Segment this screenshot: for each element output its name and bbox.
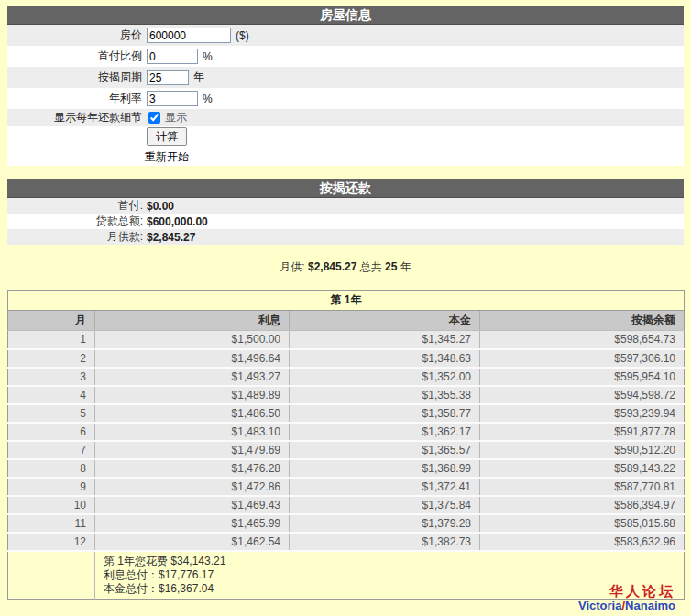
- site-watermark: 华人论坛 Victoria/Nanaimo: [578, 585, 675, 612]
- cell-month: 6: [8, 423, 95, 441]
- cell-month: 12: [8, 533, 95, 551]
- cell-balance: $597,306.10: [480, 349, 685, 368]
- table-row: 6 $1,483.10 $1,362.17 $591,877.78: [8, 423, 685, 441]
- monthly-total-label: 总共: [360, 260, 382, 273]
- rate-suffix: %: [198, 93, 213, 105]
- summary-monthly-value: $2,845.27: [147, 231, 195, 244]
- watermark-victoria: Victoria: [578, 599, 621, 612]
- monthly-label: 月供:: [280, 260, 304, 273]
- table-caption-row: 第 1年: [8, 291, 685, 311]
- cell-balance: $598,654.73: [480, 331, 685, 349]
- show-detail-checkbox-label: 显示: [160, 110, 187, 126]
- table-row: 4 $1,489.89 $1,355.38 $594,598.72: [8, 386, 685, 404]
- table-row: 12 $1,462.54 $1,382.73 $583,632.96: [8, 533, 685, 551]
- cell-balance: $591,877.78: [480, 423, 685, 441]
- mortgage-calculator-page: { "colors": { "page_background": "#ffffc…: [0, 0, 691, 616]
- cell-month: 7: [8, 441, 95, 459]
- downpayment-label: 首付比例: [7, 49, 147, 64]
- watermark-english-text: Victoria/Nanaimo: [578, 599, 675, 612]
- term-input[interactable]: [147, 70, 189, 85]
- term-suffix: 年: [189, 70, 204, 85]
- form-row-restart: 重新开始: [7, 148, 684, 166]
- cell-principal: $1,358.77: [290, 404, 480, 423]
- header-month: 月: [8, 311, 95, 331]
- header-principal: 本金: [290, 311, 480, 331]
- header-balance: 按揭余额: [480, 311, 685, 331]
- table-row: 8 $1,476.28 $1,368.99 $589,143.22: [8, 459, 685, 478]
- cell-interest: $1,500.00: [95, 331, 290, 349]
- table-row: 7 $1,479.69 $1,365.57 $590,512.20: [8, 441, 685, 459]
- cell-interest: $1,486.50: [95, 404, 290, 423]
- cell-interest: $1,476.28: [95, 459, 290, 478]
- monthly-unit: 年: [400, 260, 411, 273]
- table-row: 2 $1,496.64 $1,348.63 $597,306.10: [8, 349, 685, 368]
- calculate-button[interactable]: 计算: [147, 127, 187, 146]
- page-content: 房屋信息 房价 ($) 首付比例 % 按揭周期 年 年利率 % 显示每年还款细节…: [0, 0, 691, 600]
- cell-balance: $595,954.10: [480, 368, 685, 386]
- cell-interest: $1,469.43: [95, 496, 290, 514]
- footer-spacer-cell: [8, 551, 95, 600]
- cell-balance: $585,015.68: [480, 514, 685, 533]
- cell-interest: $1,483.10: [95, 423, 290, 441]
- cell-balance: $589,143.22: [480, 459, 685, 478]
- cell-principal: $1,352.00: [290, 368, 480, 386]
- cell-principal: $1,372.41: [290, 478, 480, 496]
- cell-principal: $1,348.63: [290, 349, 480, 368]
- cell-balance: $586,394.97: [480, 496, 685, 514]
- summary-row-loan-total: 贷款总额: $600,000.00: [7, 214, 684, 229]
- table-row: 3 $1,493.27 $1,352.00 $595,954.10: [8, 368, 685, 386]
- form-row-calculate: 计算: [7, 126, 684, 148]
- watermark-chinese-text: 华人论坛: [578, 585, 675, 599]
- rate-input[interactable]: [147, 91, 198, 106]
- cell-interest: $1,493.27: [95, 368, 290, 386]
- downpayment-suffix: %: [198, 50, 213, 63]
- summary-row-downpayment: 首付: $0.00: [7, 198, 684, 214]
- table-row: 1 $1,500.00 $1,345.27 $598,654.73: [8, 331, 685, 349]
- price-input[interactable]: [147, 28, 231, 43]
- restart-link[interactable]: 重新开始: [145, 149, 189, 165]
- cell-balance: $583,632.96: [480, 533, 685, 551]
- table-caption: 第 1年: [8, 291, 685, 311]
- cell-principal: $1,365.57: [290, 441, 480, 459]
- cell-month: 2: [8, 349, 95, 368]
- monthly-total-line: 月供: $2,845.27 总共 25 年: [7, 261, 684, 273]
- cell-interest: $1,489.89: [95, 386, 290, 404]
- cell-principal: $1,375.84: [290, 496, 480, 514]
- cell-month: 9: [8, 478, 95, 496]
- summary-downpayment-label: 首付:: [7, 198, 147, 214]
- cell-interest: $1,479.69: [95, 441, 290, 459]
- show-detail-checkbox[interactable]: [148, 112, 160, 124]
- cell-principal: $1,345.27: [290, 331, 480, 349]
- house-info-header: 房屋信息: [7, 6, 684, 25]
- interest-total-line: 利息总付：$17,776.17: [104, 568, 683, 582]
- summary-loan-total-label: 贷款总额:: [7, 214, 147, 229]
- summary-downpayment-value: $0.00: [147, 200, 174, 213]
- cell-principal: $1,382.73: [290, 533, 480, 551]
- cell-balance: $593,239.94: [480, 404, 685, 423]
- year-cost-line: 第 1年您花费 $34,143.21: [104, 555, 683, 568]
- cell-month: 8: [8, 459, 95, 478]
- table-header-row: 月 利息 本金 按揭余额: [8, 311, 685, 331]
- cell-month: 10: [8, 496, 95, 514]
- cell-month: 3: [8, 368, 95, 386]
- spacer: [7, 166, 684, 179]
- form-row-rate: 年利率 %: [7, 88, 684, 109]
- cell-month: 1: [8, 331, 95, 349]
- cell-principal: $1,355.38: [290, 386, 480, 404]
- cell-balance: $594,598.72: [480, 386, 685, 404]
- term-label: 按揭周期: [7, 70, 147, 85]
- spacer: [7, 273, 684, 290]
- form-row-price: 房价 ($): [7, 25, 684, 46]
- monthly-amount: $2,845.27: [308, 260, 356, 273]
- cell-month: 5: [8, 404, 95, 423]
- downpayment-input[interactable]: [147, 49, 198, 64]
- repayment-header: 按揭还款: [7, 179, 684, 198]
- spacer: [7, 245, 684, 261]
- cell-month: 4: [8, 386, 95, 404]
- form-row-show-detail: 显示每年还款细节 显示: [7, 109, 684, 126]
- summary-row-monthly: 月供款: $2,845.27: [7, 229, 684, 245]
- price-label: 房价: [7, 28, 147, 43]
- cell-interest: $1,496.64: [95, 349, 290, 368]
- price-suffix: ($): [231, 29, 249, 42]
- amortization-table: 第 1年 月 利息 本金 按揭余额 1 $1,500.00 $1,345.27 …: [7, 290, 685, 600]
